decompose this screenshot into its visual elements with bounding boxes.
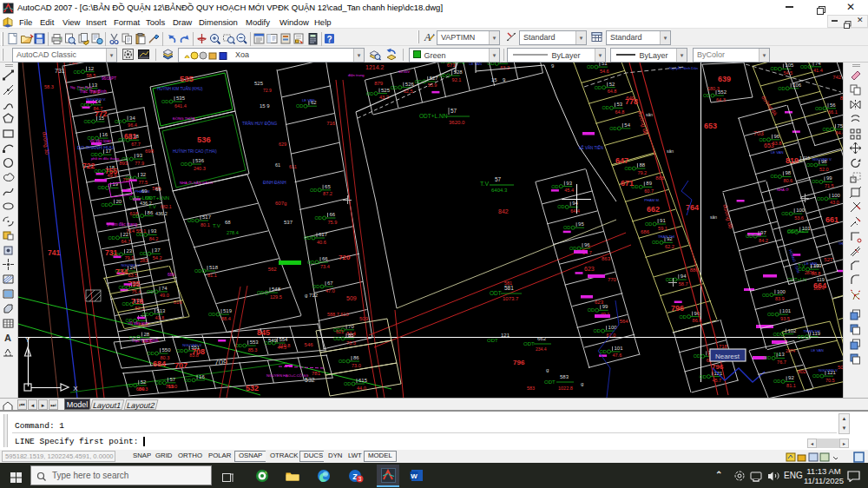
svg-text:OD: OD [787,229,794,234]
svg-text:60.7: 60.7 [644,188,654,194]
svg-text:OD: OD [587,64,594,69]
svg-text:hè (B) đường: hè (B) đường [441,63,464,64]
svg-text:95: 95 [578,221,584,227]
svg-text:83.9: 83.9 [775,296,785,301]
svg-text:điện trung: điện trung [348,73,365,77]
svg-text:714 55.1: 714 55.1 [126,228,147,234]
svg-text:741: 741 [48,248,60,257]
svg-text:OD: OD [312,284,319,289]
svg-text:OD: OD [176,348,183,353]
svg-text:OD: OD [133,214,140,219]
svg-text:OD: OD [812,373,819,379]
svg-text:88: 88 [639,162,645,168]
svg-text:ĐINH ĐẠNH: ĐINH ĐẠNH [263,181,286,185]
svg-text:77.9: 77.9 [135,161,144,166]
svg-text:100: 100 [796,208,806,213]
svg-text:OD: OD [141,312,148,317]
svg-text:?: ? [326,34,332,43]
svg-text:15 9: 15 9 [260,103,270,109]
svg-text:OD: OD [588,307,595,313]
svg-text:OD: OD [74,69,81,75]
svg-text:518: 518 [209,265,219,270]
svg-text:74: 74 [161,286,168,291]
svg-text:91: 91 [660,218,666,223]
svg-text:772: 772 [95,109,107,118]
svg-text:W: W [411,472,418,480]
svg-text:73.0: 73.0 [352,363,361,368]
svg-text:44.0: 44.0 [357,386,366,391]
svg-text:845: 845 [257,328,270,337]
svg-text:OD: OD [315,215,322,221]
svg-text:OD: OD [126,383,133,388]
svg-text:34: 34 [129,115,135,121]
svg-text:76.7: 76.7 [777,359,786,365]
svg-text:3: 3 [358,476,362,482]
svg-text:NGUYEN V.: NGUYEN V. [819,368,838,373]
svg-text:68.8: 68.8 [812,271,821,276]
svg-text:75.9: 75.9 [328,220,338,225]
svg-text:62.2: 62.2 [665,244,674,249]
svg-text:Trạc Thai Bình: Trạc Thai Bình [80,89,108,94]
svg-text:ĐỒNG THỬA: ĐỒNG THỬA [173,116,195,121]
svg-text:93: 93 [136,153,142,158]
svg-text:OD: OD [770,66,777,71]
svg-text:58.3: 58.3 [44,84,54,89]
svg-text:OD: OD [812,179,819,184]
svg-text:Ng. Thai Binh: Ng. Thai Binh [70,85,93,89]
svg-text:ODT+L.NN: ODT+L.NN [419,113,448,119]
svg-text:73.3: 73.3 [346,340,356,346]
svg-text:OD: OD [823,127,830,132]
svg-text:662: 662 [647,205,660,214]
svg-text:686: 686 [641,229,650,234]
svg-text:671: 671 [621,179,634,188]
svg-text:OD: OD [187,218,194,223]
svg-text:41.8: 41.8 [155,315,164,320]
svg-text:37: 37 [155,247,161,253]
svg-text:1073.7: 1073.7 [503,296,519,301]
svg-text:94: 94 [572,201,578,206]
svg-text:770: 770 [608,277,617,282]
svg-text:85: 85 [348,333,354,338]
svg-text:96: 96 [584,242,590,247]
svg-text:PHAM M.: PHAM M. [644,198,660,202]
svg-text:41.4: 41.4 [813,68,823,73]
svg-text:OD: OD [391,85,398,90]
svg-text:54.6: 54.6 [600,69,609,74]
svg-text:97: 97 [760,230,766,235]
svg-text:436.2: 436.2 [155,211,168,216]
svg-text:LÊ VĂN TIẾN: LÊ VĂN TIẾN [579,144,603,150]
svg-text:436.2: 436.2 [140,201,152,206]
svg-text:623: 623 [595,300,604,305]
svg-text:528: 528 [454,69,464,75]
svg-text:52: 52 [141,379,147,385]
svg-text:548: 548 [272,287,281,292]
svg-text:100: 100 [608,325,618,330]
svg-text:28: 28 [144,332,150,337]
svg-text:119: 119 [817,277,825,282]
svg-text:Y: Y [25,336,30,344]
svg-text:g: g [581,381,583,386]
svg-text:564: 564 [620,319,629,324]
svg-text:536: 536 [197,135,211,144]
svg-text:ODT: ODT [487,338,498,343]
svg-text:80.6: 80.6 [783,178,792,183]
svg-text:OD: OD [181,162,187,167]
svg-text:OD: OD [84,119,91,124]
svg-text:2874: 2874 [786,348,795,353]
svg-text:TRAN THI: TRAN THI [804,329,820,333]
svg-text:sân: sân [646,112,653,117]
svg-text:OD: OD [652,240,659,245]
svg-text:96/16PT: 96/16PT [102,76,116,81]
svg-text:NHÀ Ở+SÂN GẠCH: NHÀ Ở+SÂN GẠCH [180,181,213,185]
svg-text:58.7: 58.7 [679,281,688,287]
svg-text:720: 720 [339,254,351,261]
svg-text:535: 535 [176,96,186,101]
svg-text:96: 96 [694,311,700,316]
svg-text:OD: OD [184,378,191,383]
svg-text:OD: OD [366,91,373,96]
svg-text:588.7 613: 588.7 613 [327,312,348,317]
svg-text:ODT: ODT [523,341,535,346]
svg-text:OD: OD [339,359,345,364]
svg-text:23: 23 [127,248,133,254]
svg-text:64.8: 64.8 [615,109,625,115]
